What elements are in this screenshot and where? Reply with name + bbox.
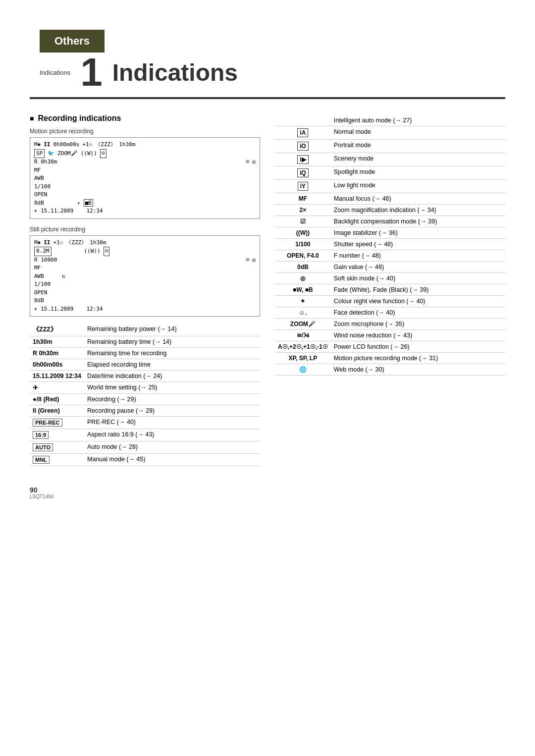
right-indicator-description: Web mode (→ 30) — [331, 364, 505, 376]
footer: 90 LSQT1484 — [30, 486, 535, 499]
right-indicator-symbol: iO — [275, 140, 331, 153]
left-indicator-row: AUTOAuto mode (→ 28) — [30, 441, 260, 454]
right-indicator-symbol: ☺. — [275, 307, 331, 319]
right-indicator-row: 2×Zoom magnification indication (→ 34) — [275, 205, 505, 216]
right-indicator-description: Intelligent auto mode (→ 27) — [331, 115, 505, 126]
right-indicator-row: 1/100Shutter speed (→ 48) — [275, 239, 505, 250]
tab-label: Others — [54, 35, 90, 47]
right-indicator-description: Normal mode — [331, 126, 505, 140]
still-row-1: M✱ II +1☉ 《ZZZ》 1h30m — [34, 239, 256, 247]
right-indicator-description: Shutter speed (→ 48) — [331, 239, 505, 250]
right-indicator-row: Intelligent auto mode (→ 27) — [275, 115, 505, 126]
right-indicator-symbol: OPEN, F4.0 — [275, 250, 331, 262]
right-indicator-symbol: ■W, ■B — [275, 284, 331, 296]
left-indicator-row: ●/II (Red)Recording (→ 29) — [30, 394, 260, 405]
indicator-symbol: 15.11.2009 12:34 — [30, 371, 84, 382]
left-indicator-row: ✈World time setting (→ 25) — [30, 382, 260, 394]
rec-row-1: M✱ II 0h00m00s +1☉ 《ZZZ》 1h30m — [34, 141, 256, 149]
right-indicator-description: F number (→ 48) — [331, 250, 505, 262]
right-indicator-symbol: A☉,+2☉,+1☉,-1☉ — [275, 341, 331, 353]
still-row-4: MF — [34, 264, 256, 272]
right-indicator-symbol: ZOOM🎤 — [275, 319, 331, 330]
still-row-3: R 10000 ☺ ◎ — [34, 256, 256, 265]
right-indicator-row: iYLow light mode — [275, 180, 505, 193]
right-indicator-symbol: ≋/🌬 — [275, 330, 331, 341]
right-indicator-description: Backlight compensation mode (→ 39) — [331, 216, 505, 227]
right-indicator-description: Motion picture recording mode (→ 31) — [331, 353, 505, 364]
left-indicator-row: 1h30mRemaining battery time (→ 14) — [30, 336, 260, 348]
indicator-symbol: ✈ — [30, 382, 84, 394]
right-indicator-symbol: 1/100 — [275, 239, 331, 250]
motion-picture-label: Motion picture recording — [30, 128, 260, 135]
right-indicator-symbol — [275, 115, 331, 126]
header-tab: Others — [40, 30, 105, 53]
indicator-symbol: AUTO — [30, 441, 84, 454]
left-indicator-row: R 0h30mRemaining time for recording — [30, 348, 260, 359]
still-row-6: 1/100 — [34, 280, 256, 289]
right-indicator-row: ◎Soft skin mode (→ 40) — [275, 273, 505, 284]
indicator-symbol: II (Green) — [30, 405, 84, 417]
right-indicator-row: ☺.Face detection (→ 40) — [275, 307, 505, 319]
chapter-title: Indications — [112, 59, 238, 86]
right-indicator-description: Image stabilizer (→ 36) — [331, 227, 505, 239]
indicator-description: Remaining battery power (→ 14) — [84, 324, 260, 336]
indicator-description: World time setting (→ 25) — [84, 382, 260, 394]
right-indicator-row: iOPortrait mode — [275, 140, 505, 153]
right-indicator-row: ✦Colour night view function (→ 40) — [275, 296, 505, 307]
indicator-symbol: 16:9 — [30, 429, 84, 441]
right-indicator-row: A☉,+2☉,+1☉,-1☉Power LCD function (→ 26) — [275, 341, 505, 353]
section-heading: Recording indications — [30, 114, 260, 123]
right-indicator-description: Power LCD function (→ 26) — [331, 341, 505, 353]
indicator-description: PRE-REC (→ 40) — [84, 417, 260, 429]
right-indicator-description: Face detection (→ 40) — [331, 307, 505, 319]
right-indicator-row: ((W))Image stabilizer (→ 36) — [275, 227, 505, 239]
model-code: LSQT1484 — [30, 494, 535, 499]
still-row-2: 0.2M ((W)) ☺ — [34, 247, 256, 256]
rec-row-6: 1/100 — [34, 183, 256, 191]
right-indicator-symbol: 🌐 — [275, 364, 331, 376]
indicator-symbol: PRE-REC — [30, 417, 84, 429]
right-indicator-description: Scenery mode — [331, 153, 505, 166]
chapter-number: 1 — [80, 53, 103, 92]
section-divider — [30, 97, 505, 99]
rec-row-5: AWB — [34, 174, 256, 183]
still-row-7: OPEN — [34, 289, 256, 297]
right-indicator-symbol: ◎ — [275, 273, 331, 284]
right-indicator-description: Zoom magnification indication (→ 34) — [331, 205, 505, 216]
still-picture-label: Still picture recording — [30, 226, 260, 233]
right-indicator-description: Soft skin mode (→ 40) — [331, 273, 505, 284]
left-indicator-row: 15.11.2009 12:34Date/time indication (→ … — [30, 371, 260, 382]
right-indicator-row: 🌐Web mode (→ 30) — [275, 364, 505, 376]
still-row-5: AWB ↻ — [34, 272, 256, 281]
still-row-9: ✈ 15.11.2009 12:34 — [34, 305, 256, 314]
motion-picture-box: M✱ II 0h00m00s +1☉ 《ZZZ》 1h30m SP 🐦 ZOOM… — [30, 137, 260, 219]
right-indicator-row: ZOOM🎤Zoom microphone (→ 35) — [275, 319, 505, 330]
section-title-text: Recording indications — [38, 114, 121, 123]
still-picture-box: M✱ II +1☉ 《ZZZ》 1h30m 0.2M ((W)) ☺ R 100… — [30, 235, 260, 317]
still-row-8: 0dB — [34, 297, 256, 305]
right-indicator-symbol: 2× — [275, 205, 331, 216]
right-indicator-row: i▶Scenery mode — [275, 153, 505, 166]
right-indicator-row: ■W, ■BFade (White), Fade (Black) (→ 39) — [275, 284, 505, 296]
right-indicator-symbol: MF — [275, 193, 331, 205]
right-indicator-row: MFManual focus (→ 46) — [275, 193, 505, 205]
indicator-description: Recording pause (→ 29) — [84, 405, 260, 417]
left-indicator-row: 16:9Aspect ratio 16:9 (→ 43) — [30, 429, 260, 441]
right-indicator-description: Zoom microphone (→ 35) — [331, 319, 505, 330]
indicator-symbol: 《ZZZ》 — [30, 324, 84, 336]
indicator-description: Aspect ratio 16:9 (→ 43) — [84, 429, 260, 441]
indicator-symbol: MNL — [30, 454, 84, 466]
right-indicator-table: Intelligent auto mode (→ 27)iANormal mod… — [275, 115, 505, 376]
right-indicator-symbol: iQ — [275, 166, 331, 180]
right-indicator-description: Fade (White), Fade (Black) (→ 39) — [331, 284, 505, 296]
right-indicator-row: iQSpotlight mode — [275, 166, 505, 180]
right-indicator-row: XP, SP, LPMotion picture recording mode … — [275, 353, 505, 364]
indicator-symbol: 0h00m00s — [30, 359, 84, 371]
left-indicator-row: II (Green)Recording pause (→ 29) — [30, 405, 260, 417]
left-indicator-row: 0h00m00sElapsed recording time — [30, 359, 260, 371]
indicator-description: Elapsed recording time — [84, 359, 260, 371]
right-indicator-description: Wind noise reduction (→ 43) — [331, 330, 505, 341]
indicator-description: Auto mode (→ 28) — [84, 441, 260, 454]
indicator-description: Date/time indication (→ 24) — [84, 371, 260, 382]
rec-row-4: MF — [34, 166, 256, 175]
